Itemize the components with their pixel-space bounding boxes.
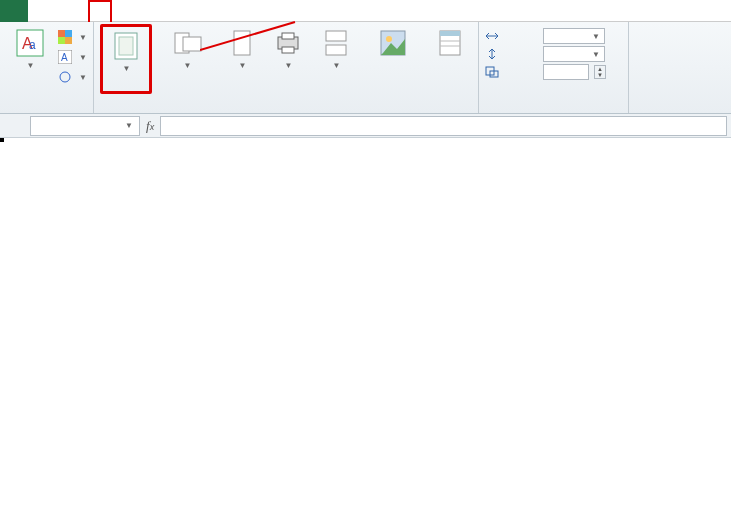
- formula-bar: ▼ fx: [0, 114, 731, 138]
- name-box[interactable]: ▼: [30, 116, 140, 136]
- fonts-icon: A: [58, 50, 72, 64]
- scale-spinner[interactable]: [543, 64, 589, 80]
- height-dropdown[interactable]: ▼: [543, 46, 605, 62]
- group-themes-label: [6, 111, 87, 113]
- orientation-icon: [171, 27, 203, 59]
- svg-text:a: a: [29, 38, 36, 52]
- background-icon: [377, 27, 409, 59]
- svg-rect-5: [58, 37, 65, 44]
- scale-spin-buttons[interactable]: ▲▼: [594, 65, 606, 79]
- colors-icon: [58, 30, 72, 44]
- svg-rect-4: [65, 30, 72, 37]
- svg-rect-19: [326, 45, 346, 55]
- ribbon: Aa ▼ ▼ A ▼ ▼: [0, 22, 731, 114]
- svg-text:A: A: [61, 52, 68, 63]
- margins-icon: [110, 30, 142, 62]
- themes-button[interactable]: Aa ▼: [6, 24, 54, 94]
- fx-icon[interactable]: fx: [140, 118, 160, 134]
- svg-rect-6: [65, 37, 72, 44]
- group-page-setup-label: [100, 111, 472, 113]
- effects-button[interactable]: ▼: [58, 68, 87, 86]
- tab-plusx[interactable]: [172, 0, 192, 22]
- tab-review[interactable]: [132, 0, 152, 22]
- svg-rect-14: [234, 31, 250, 55]
- themes-icon: Aa: [14, 27, 46, 59]
- size-icon: [226, 27, 258, 59]
- tab-insert[interactable]: [48, 0, 68, 22]
- tab-data[interactable]: [68, 0, 88, 22]
- width-icon: [485, 30, 499, 42]
- svg-rect-3: [58, 30, 65, 37]
- tab-home[interactable]: [28, 0, 48, 22]
- tab-expert-pdf[interactable]: [192, 0, 212, 22]
- print-titles-button[interactable]: [428, 24, 472, 94]
- effects-icon: [58, 70, 72, 84]
- svg-rect-17: [282, 47, 294, 53]
- svg-rect-16: [282, 33, 294, 39]
- tab-file[interactable]: [0, 0, 28, 22]
- print-area-button[interactable]: ▼: [266, 24, 310, 94]
- formula-input[interactable]: [160, 116, 727, 136]
- svg-point-9: [60, 72, 70, 82]
- name-box-dropdown-icon: ▼: [125, 121, 133, 130]
- group-scale-label: [485, 111, 622, 113]
- size-button[interactable]: ▼: [222, 24, 262, 94]
- svg-rect-18: [326, 31, 346, 41]
- fonts-button[interactable]: A ▼: [58, 48, 87, 66]
- width-dropdown[interactable]: ▼: [543, 28, 605, 44]
- group-page-setup: ▼ ▼ ▼ ▼ ▼: [94, 22, 479, 113]
- breaks-button[interactable]: ▼: [314, 24, 358, 94]
- tab-view[interactable]: [152, 0, 172, 22]
- svg-point-21: [386, 36, 392, 42]
- height-icon: [485, 48, 499, 60]
- group-scale-to-fit: ▼ ▼ ▲▼: [479, 22, 629, 113]
- tab-formulas[interactable]: [112, 0, 132, 22]
- margins-button[interactable]: ▼: [100, 24, 152, 94]
- orientation-button[interactable]: ▼: [156, 24, 218, 94]
- selection-border: [0, 138, 4, 142]
- print-area-icon: [272, 27, 304, 59]
- print-titles-icon: [434, 27, 466, 59]
- scale-icon: [485, 66, 499, 78]
- group-themes: Aa ▼ ▼ A ▼ ▼: [0, 22, 94, 113]
- colors-button[interactable]: ▼: [58, 28, 87, 46]
- tab-page-layout[interactable]: [88, 0, 112, 22]
- breaks-icon: [320, 27, 352, 59]
- svg-rect-11: [119, 37, 133, 55]
- svg-rect-13: [183, 37, 201, 51]
- ribbon-tabs: [0, 0, 731, 22]
- svg-rect-23: [440, 31, 460, 36]
- background-button[interactable]: [362, 24, 424, 94]
